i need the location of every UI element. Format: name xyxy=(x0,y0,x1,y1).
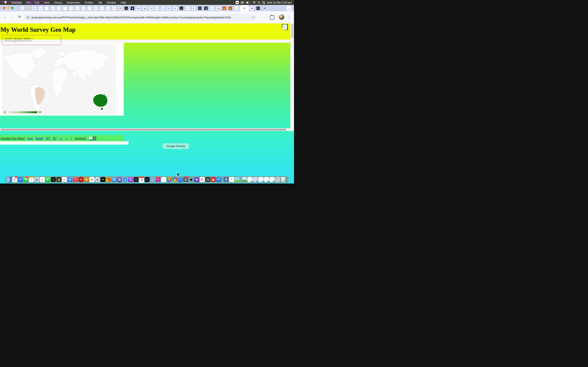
pinned-tab[interactable]: ◎ xyxy=(123,6,130,11)
region-japan[interactable] xyxy=(105,61,108,66)
search-icon[interactable] xyxy=(258,1,260,4)
pinned-tab[interactable]: ✺ xyxy=(136,6,142,11)
region-new-zealand-north[interactable] xyxy=(111,104,113,107)
dock-item[interactable]: O xyxy=(199,176,205,183)
region-tasmania[interactable] xyxy=(101,108,103,110)
dock-item[interactable]: ◉ xyxy=(84,176,89,183)
dock-item[interactable]: ⊘ xyxy=(111,176,117,183)
pinned-tab[interactable]: O xyxy=(255,6,261,11)
pinned-tab[interactable]: ◎ xyxy=(178,6,185,11)
dock-item[interactable]: ◉ xyxy=(95,176,100,183)
pinned-tab[interactable]: ✏ xyxy=(50,6,56,11)
pinned-tab[interactable]: S xyxy=(130,6,136,11)
back-button[interactable]: ← xyxy=(2,15,8,19)
dock-item[interactable]: Q xyxy=(150,176,155,183)
pinned-tab[interactable]: ✋ xyxy=(227,6,233,11)
dock-item[interactable]: 213 xyxy=(23,176,29,183)
menu-item-window[interactable]: Window xyxy=(104,1,118,4)
zoom-window-button[interactable] xyxy=(11,7,13,9)
dock-item[interactable]: A xyxy=(67,176,73,183)
menu-item-help[interactable]: Help xyxy=(118,1,129,4)
reload-button[interactable]: ⟳ xyxy=(17,15,22,19)
pinned-tab[interactable]: G xyxy=(31,6,38,11)
dock-item[interactable]: ∿ xyxy=(40,176,45,183)
dock-item[interactable]: ⚙ 1 xyxy=(183,176,189,183)
dock-item[interactable] xyxy=(106,176,111,183)
region-indonesia-3[interactable] xyxy=(89,87,92,89)
pinned-tab[interactable] xyxy=(44,6,50,11)
pinned-tab[interactable]: ✏ xyxy=(185,6,191,11)
dock-window-thumbnail[interactable] xyxy=(280,176,286,183)
dock-item[interactable]: ✏ xyxy=(216,176,222,183)
url-text[interactable]: rjmprogramming.com.au/PHP/GeoChart/geo_c… xyxy=(31,16,250,19)
menu-item-history[interactable]: History xyxy=(52,1,64,4)
dock-window-thumbnail[interactable] xyxy=(269,176,275,183)
browser-menu-button[interactable]: ⋮ xyxy=(287,15,291,19)
dock-item[interactable]: N xyxy=(89,176,95,183)
vertical-scrollbar-thumb[interactable] xyxy=(291,24,293,38)
dock-item[interactable]: ≡ xyxy=(29,176,34,183)
page-link[interactable]: ++ xyxy=(59,136,63,140)
address-bar[interactable]: rjmprogramming.com.au/PHP/GeoChart/geo_c… xyxy=(24,14,257,20)
cowsay-textarea[interactable]: ____________________________ | Southern … xyxy=(2,35,61,45)
pinned-tab[interactable]: ✏ xyxy=(93,6,99,11)
pinned-tab[interactable]: ✏ xyxy=(105,6,111,11)
menu-bar-clock[interactable]: Wed 18 Mar 5:00 pm xyxy=(267,1,292,4)
pinned-tab[interactable] xyxy=(62,6,68,11)
dock-window-thumbnail[interactable] xyxy=(258,176,264,183)
dock-item[interactable]: ☺ xyxy=(7,176,12,183)
pinned-tab[interactable]: ✏ xyxy=(99,6,105,11)
dock-item[interactable]: ◉ xyxy=(210,176,216,183)
region-indonesia-2[interactable] xyxy=(95,85,101,88)
dock-item[interactable]: IJ xyxy=(155,176,161,183)
pinned-tab[interactable]: ✏ xyxy=(19,6,25,11)
new-tab-button[interactable]: + xyxy=(262,6,268,11)
pinned-tab[interactable]: ✔ xyxy=(25,6,31,11)
dock-item[interactable]: ♪ xyxy=(73,176,78,183)
pinned-tab[interactable]: ✏ xyxy=(80,6,86,11)
region-greenland[interactable] xyxy=(31,48,46,58)
dock-item[interactable]: ✎ xyxy=(229,176,234,183)
page-link[interactable]: Another? xyxy=(75,136,86,140)
pinned-tab[interactable]: ✋ xyxy=(221,6,227,11)
dock-item[interactable]: 18 xyxy=(139,176,144,183)
region-north-america[interactable] xyxy=(6,52,37,79)
region-madagascar[interactable] xyxy=(69,90,72,94)
active-tab[interactable]: ✕ xyxy=(240,5,249,11)
pinned-tab[interactable]: ✏ xyxy=(38,6,44,11)
page-link[interactable]: -- xyxy=(65,136,67,140)
dock-item[interactable]: ✉ xyxy=(17,176,23,183)
dock-item[interactable] xyxy=(172,176,177,183)
dock-item[interactable]: ▦ xyxy=(56,176,62,183)
dock-item[interactable]: ☻ xyxy=(194,176,199,183)
profile-avatar[interactable] xyxy=(279,15,284,20)
dock-item[interactable]: ▦ xyxy=(34,176,40,183)
memo-note-icon[interactable]: ✎ xyxy=(282,24,288,30)
extensions-icon[interactable] xyxy=(270,15,274,20)
dock-item[interactable]: ▶ xyxy=(45,176,51,183)
pinned-tab[interactable]: ◍ xyxy=(215,6,221,11)
dock-item[interactable]: ◎ xyxy=(128,176,133,183)
dock-window-thumbnail[interactable] xyxy=(264,176,269,183)
region-new-guinea[interactable] xyxy=(103,83,106,86)
pinned-tab[interactable]: G xyxy=(172,6,178,11)
region-central-america[interactable] xyxy=(24,80,30,85)
pinned-tab[interactable]: G xyxy=(191,6,197,11)
region-africa[interactable] xyxy=(52,68,68,97)
pinned-tab[interactable]: ✏ xyxy=(111,6,117,11)
minimize-window-button[interactable] xyxy=(7,7,9,9)
page-link[interactable]: + xyxy=(70,136,72,140)
close-window-button[interactable] xyxy=(3,7,5,9)
dock-item[interactable]: ▤ xyxy=(62,176,67,183)
menu-item-profiles[interactable]: Profiles xyxy=(82,1,95,4)
bookmark-star-icon[interactable]: ☆ xyxy=(252,16,255,19)
dock-item[interactable] xyxy=(234,176,240,183)
dock-item[interactable]: FZ xyxy=(78,176,84,183)
dock-item[interactable]: ☰ 3 xyxy=(12,176,17,183)
email-image-link[interactable]: E xyxy=(89,136,96,140)
dock-item[interactable]: ♿ xyxy=(223,176,229,183)
pinned-tab[interactable]: S xyxy=(203,6,209,11)
site-settings-icon[interactable] xyxy=(26,16,30,19)
dock-item[interactable]: RISC xyxy=(133,176,139,183)
pinned-tab[interactable]: ✏ xyxy=(233,6,240,11)
